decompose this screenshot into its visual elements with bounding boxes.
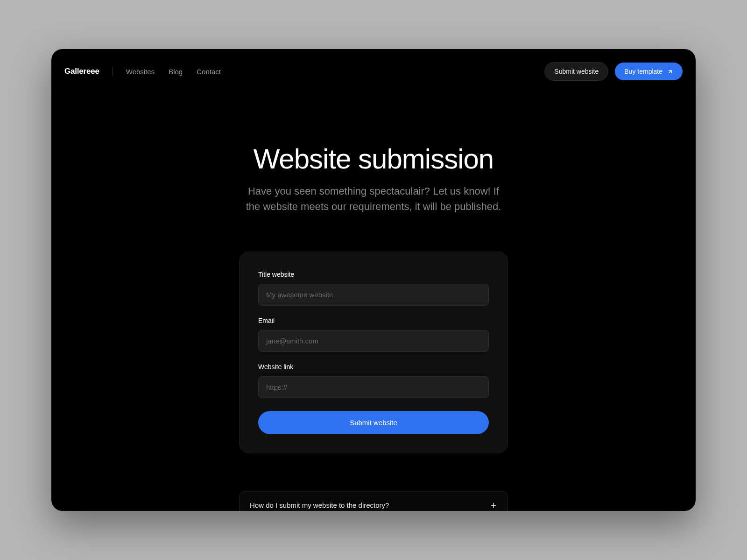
buy-template-label: Buy template	[624, 68, 662, 75]
title-label: Title website	[258, 271, 489, 278]
logo[interactable]: Gallereee	[64, 67, 99, 76]
nav-contact[interactable]: Contact	[197, 68, 221, 76]
email-input[interactable]	[258, 330, 489, 352]
buy-template-button[interactable]: Buy template	[615, 63, 683, 80]
header-left: Gallereee Websites Blog Contact	[64, 67, 221, 76]
faq-item[interactable]: How do I submit my website to the direct…	[239, 491, 508, 511]
plus-icon	[490, 502, 497, 509]
page-subtitle: Have you seen something spectaculair? Le…	[243, 183, 504, 214]
page-title: Website submission	[51, 143, 696, 175]
faq-question: How do I submit my website to the direct…	[250, 501, 389, 509]
svg-line-0	[669, 70, 671, 72]
submission-form: Title website Email Website link Submit …	[239, 252, 508, 453]
email-label: Email	[258, 317, 489, 324]
title-input[interactable]	[258, 284, 489, 306]
arrow-up-right-icon	[667, 69, 673, 75]
header-divider	[113, 67, 113, 76]
submit-website-header-button[interactable]: Submit website	[544, 62, 608, 81]
header: Gallereee Websites Blog Contact Submit w…	[51, 49, 696, 94]
hero: Website submission Have you seen somethi…	[51, 143, 696, 214]
submit-website-button[interactable]: Submit website	[258, 411, 489, 434]
app-window: Gallereee Websites Blog Contact Submit w…	[51, 49, 696, 511]
link-input[interactable]	[258, 376, 489, 398]
link-label: Website link	[258, 363, 489, 371]
title-field-group: Title website	[258, 271, 489, 306]
faq-section: How do I submit my website to the direct…	[239, 491, 508, 511]
nav-blog[interactable]: Blog	[169, 68, 183, 76]
nav-websites[interactable]: Websites	[126, 68, 155, 76]
header-right: Submit website Buy template	[544, 62, 683, 81]
link-field-group: Website link	[258, 363, 489, 398]
email-field-group: Email	[258, 317, 489, 352]
nav: Websites Blog Contact	[126, 68, 221, 76]
